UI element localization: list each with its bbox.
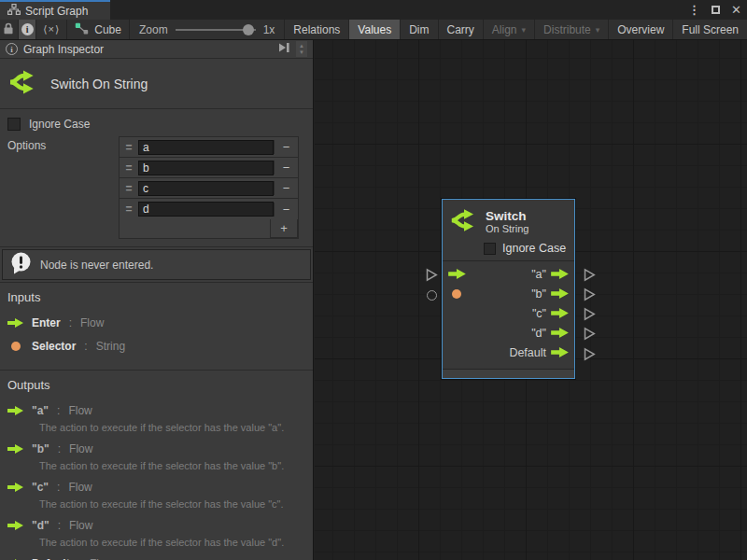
values-button[interactable]: Values: [349, 20, 401, 39]
option-value-input[interactable]: [138, 202, 274, 217]
zoom-slider[interactable]: [176, 24, 256, 35]
output-port-description: The action to execute if the selector ha…: [39, 422, 305, 433]
switch-on-string-icon: [450, 206, 478, 237]
option-value-input[interactable]: [138, 181, 274, 196]
dock-icon[interactable]: [277, 42, 290, 56]
switch-on-string-icon: [8, 67, 38, 100]
graph-canvas[interactable]: Switch On String Ignore Case "a": [315, 40, 747, 560]
output-port-c: "c" : Flow: [7, 478, 305, 496]
graph-target[interactable]: Cube: [66, 20, 130, 39]
tab-bar: Script Graph ⋮ ✕: [0, 0, 747, 20]
zoom-label: Zoom: [139, 23, 168, 36]
spinner-down-icon[interactable]: ▼: [299, 49, 304, 55]
zoom-control: Zoom 1x: [130, 20, 284, 39]
enter-connection-triangle[interactable]: [425, 268, 438, 282]
ignore-case-row: Ignore Case: [7, 115, 313, 133]
drag-handle-icon[interactable]: =: [120, 182, 138, 195]
remove-option-button[interactable]: −: [274, 181, 298, 195]
node-port-row: "d": [448, 323, 569, 343]
spinner-up-icon[interactable]: ▲: [299, 43, 304, 49]
flow-arrow-icon: [551, 308, 569, 318]
inspector-toggle-button[interactable]: i: [19, 20, 37, 39]
inputs-section: Inputs Enter : Flow Selector : String: [0, 283, 313, 370]
graph-toolbar: i ⟨×⟩ Cube Zoom 1x Relations: [0, 20, 747, 40]
node-ignore-case-checkbox[interactable]: [484, 243, 496, 255]
ignore-case-checkbox[interactable]: [7, 118, 21, 131]
fullscreen-button[interactable]: Full Screen: [673, 20, 747, 39]
remove-option-button[interactable]: −: [274, 203, 298, 217]
ignore-case-label: Ignore Case: [29, 118, 90, 131]
options-list: = − = − = − =: [119, 136, 299, 239]
node-port-row: "a": [448, 264, 569, 284]
outputs-title: Outputs: [7, 378, 305, 392]
relations-button[interactable]: Relations: [284, 20, 349, 39]
node-port-row: "b": [448, 284, 569, 303]
graph-hierarchy-icon: [7, 4, 21, 18]
output-a-connection-triangle[interactable]: [583, 268, 596, 282]
unit-header: Switch On String: [0, 59, 313, 108]
selector-connection-ring[interactable]: [425, 288, 438, 302]
unit-title: Switch On String: [50, 77, 148, 91]
switch-on-string-node[interactable]: Switch On String Ignore Case "a": [442, 199, 575, 379]
info-outline-icon: i: [6, 43, 18, 55]
flow-arrow-icon: [7, 318, 23, 328]
code-icon: ⟨×⟩: [43, 23, 60, 35]
output-b-connection-triangle[interactable]: [583, 287, 596, 301]
string-port-icon: [7, 342, 23, 351]
option-item: = −: [120, 178, 298, 199]
outputs-section: Outputs "a" : Flow The action to execute…: [0, 371, 313, 560]
dim-button[interactable]: Dim: [401, 20, 438, 39]
flow-arrow-icon: [7, 444, 23, 454]
enter-port-icon[interactable]: [448, 269, 466, 279]
add-option-button[interactable]: +: [270, 219, 298, 238]
output-port-d[interactable]: "d": [531, 327, 569, 340]
maximize-icon[interactable]: [712, 6, 720, 14]
option-value-input[interactable]: [138, 161, 274, 175]
lock-button[interactable]: [0, 20, 19, 39]
warning-text: Node is never entered.: [40, 259, 153, 272]
script-graph-window: Script Graph ⋮ ✕ i ⟨×⟩: [0, 0, 747, 560]
flow-arrow-icon: [551, 269, 569, 279]
option-item: = −: [120, 137, 298, 158]
tab-script-graph[interactable]: Script Graph: [0, 0, 110, 20]
panel-spinner[interactable]: ▲ ▼: [296, 41, 307, 57]
drag-handle-icon[interactable]: =: [120, 203, 138, 216]
selector-port-icon[interactable]: [448, 289, 461, 299]
output-default-connection-triangle[interactable]: [583, 347, 596, 361]
code-preview-button[interactable]: ⟨×⟩: [36, 20, 66, 39]
tab-title: Script Graph: [25, 5, 88, 18]
drag-handle-icon[interactable]: =: [120, 161, 138, 175]
window-controls: ⋮ ✕: [688, 0, 741, 20]
node-header[interactable]: Switch On String Ignore Case: [443, 200, 574, 261]
overview-button[interactable]: Overview: [609, 20, 673, 39]
output-d-connection-triangle[interactable]: [583, 327, 596, 341]
drag-handle-icon[interactable]: =: [120, 141, 138, 154]
option-item: = −: [120, 158, 298, 178]
chevron-down-icon: ▾: [522, 25, 527, 35]
output-port-a[interactable]: "a": [531, 268, 569, 281]
align-button[interactable]: Align ▾: [484, 20, 535, 39]
node-ignore-case-row: Ignore Case: [484, 242, 567, 255]
carry-button[interactable]: Carry: [439, 20, 484, 39]
options-footer: +: [120, 219, 298, 238]
remove-option-button[interactable]: −: [274, 161, 298, 175]
output-port-default[interactable]: Default: [509, 346, 569, 359]
output-c-connection-triangle[interactable]: [583, 307, 596, 321]
remove-option-button[interactable]: −: [274, 140, 298, 154]
info-icon: i: [21, 23, 34, 35]
panel-title: Graph Inspector: [23, 43, 272, 56]
node-port-row: "c": [448, 303, 569, 323]
output-port-b[interactable]: "b": [531, 287, 569, 301]
zoom-slider-handle[interactable]: [243, 24, 254, 35]
output-port-a: "a" : Flow: [7, 401, 305, 419]
output-port-d: "d" : Flow: [7, 516, 305, 534]
menu-icon[interactable]: ⋮: [688, 3, 700, 17]
script-graph-asset-icon: [75, 22, 89, 37]
option-value-input[interactable]: [138, 140, 274, 155]
graph-inspector-header: i Graph Inspector ▲ ▼: [0, 40, 313, 58]
close-icon[interactable]: ✕: [731, 3, 741, 17]
output-port-c[interactable]: "c": [532, 307, 569, 320]
node-port-row: Default: [448, 343, 569, 362]
output-port-description: The action to execute if the selector ha…: [39, 498, 305, 510]
distribute-button[interactable]: Distribute ▾: [535, 20, 609, 39]
